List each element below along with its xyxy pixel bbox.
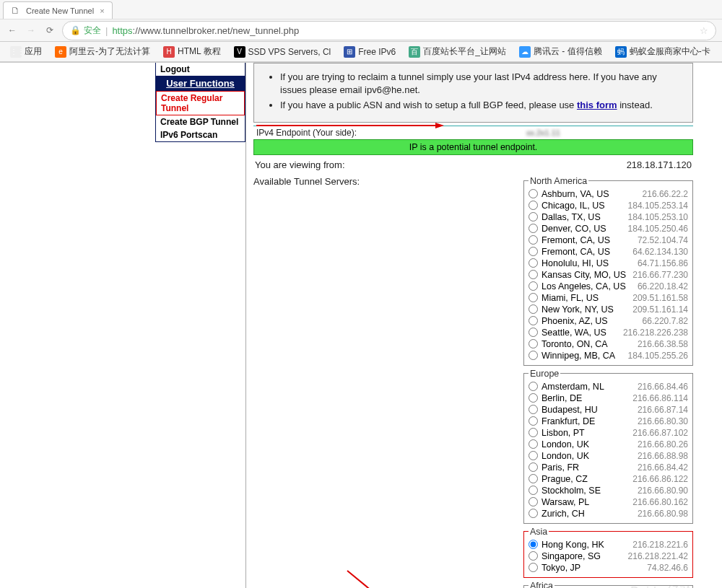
url-text: https://www.tunnelbroker.net/new_tunnel.… [112, 25, 299, 36]
server-row: Lisbon, PT216.66.87.102 [529, 427, 688, 439]
server-radio[interactable] [529, 224, 538, 233]
bookmark-item[interactable]: 蚂蚂蚁金服商家中心-卡 [611, 44, 715, 59]
server-city: Singapore, SG [542, 551, 601, 561]
server-ip: 216.66.77.230 [632, 270, 688, 280]
close-icon[interactable]: × [100, 6, 104, 15]
browser-tab[interactable]: 🗋 Create New Tunnel × [3, 1, 113, 19]
server-ip: 66.220.7.82 [643, 316, 688, 326]
server-radio[interactable] [529, 486, 538, 495]
server-ip: 216.218.226.238 [623, 328, 688, 338]
server-city: Los Angeles, CA, US [542, 281, 626, 291]
url-box[interactable]: 🔒 安全 | https://www.tunnelbroker.net/new_… [62, 21, 716, 40]
server-radio[interactable] [529, 462, 538, 472]
server-row: Toronto, ON, CA216.66.38.58 [529, 338, 688, 350]
server-radio[interactable] [529, 281, 538, 291]
server-radio[interactable] [529, 474, 538, 483]
server-ip: 209.51.161.58 [632, 293, 688, 303]
server-radio[interactable] [529, 382, 538, 391]
server-row: New York, NY, US209.51.161.14 [529, 304, 688, 315]
bgp-form-link[interactable]: this form [577, 100, 617, 110]
server-radio[interactable] [529, 351, 538, 360]
back-button[interactable]: ← [6, 24, 19, 37]
server-radio[interactable] [529, 439, 538, 449]
bookmark-item[interactable]: HHTML 教程 [159, 44, 225, 59]
logout-link[interactable]: Logout [156, 63, 245, 76]
create-bgp-tunnel-link[interactable]: Create BGP Tunnel [156, 115, 245, 128]
server-ip: 74.82.46.6 [647, 563, 688, 573]
server-radio[interactable] [529, 563, 538, 572]
apps-button[interactable]: ⋮⋮应用 [6, 44, 46, 59]
star-icon[interactable]: ☆ [700, 25, 708, 36]
server-city: Berlin, DE [542, 393, 582, 403]
bookmark-item[interactable]: VSSD VPS Servers, Cl [230, 45, 336, 59]
server-ip: 216.66.86.114 [632, 393, 688, 403]
server-row: Hong Kong, HK216.218.221.6 [529, 539, 688, 550]
bookmark-item[interactable]: TTomcat6.0的安装与 [719, 44, 722, 59]
server-city: Zurich, CH [542, 509, 585, 519]
server-ip: 184.105.253.14 [628, 201, 688, 211]
bookmark-item[interactable]: 百百度站长平台_让网站 [404, 44, 510, 59]
server-radio[interactable] [529, 509, 538, 518]
server-radio[interactable] [529, 247, 538, 256]
server-row: Tokyo, JP74.82.46.6 [529, 562, 688, 574]
server-city: Lisbon, PT [542, 428, 585, 438]
region-asia: Asia Hong Kong, HK216.218.221.6Singapore… [523, 527, 693, 578]
server-ip: 216.66.84.42 [638, 462, 688, 473]
server-radio[interactable] [529, 405, 538, 414]
bookmark-item[interactable]: e阿里云-为了无法计算 [51, 44, 155, 59]
server-city: Warsaw, PL [542, 497, 589, 507]
server-row: Budapest, HU216.66.87.14 [529, 404, 688, 416]
server-ip: 216.66.86.122 [632, 474, 688, 484]
bookmark-item[interactable]: ☁腾讯云 - 值得信赖 [515, 44, 606, 59]
server-row: Honolulu, HI, US64.71.156.86 [529, 258, 688, 269]
server-radio[interactable] [529, 339, 538, 348]
server-city: London, UK [542, 439, 589, 449]
reload-button[interactable]: ⟳ [43, 24, 56, 37]
server-radio[interactable] [529, 328, 538, 337]
server-radio[interactable] [529, 393, 538, 403]
server-radio[interactable] [529, 258, 538, 268]
server-row: London, UK216.66.88.98 [529, 450, 688, 462]
server-radio[interactable] [529, 304, 538, 314]
viewing-from-ip: 218.18.171.120 [627, 159, 692, 170]
server-city: Ashburn, VA, US [542, 189, 609, 199]
server-ip: 216.66.88.98 [638, 451, 688, 461]
server-ip: 216.66.80.90 [638, 486, 688, 496]
server-radio[interactable] [529, 497, 538, 506]
server-ip: 184.105.250.46 [628, 224, 688, 234]
server-radio[interactable] [529, 428, 538, 437]
ipv4-endpoint-row: IPv4 Endpoint (Your side): xx.2x1.11 [253, 126, 693, 139]
server-radio[interactable] [529, 551, 538, 561]
server-city: Hong Kong, HK [542, 540, 604, 550]
sidebar: Logout User Functions Create Regular Tun… [0, 63, 245, 588]
server-ip: 216.66.80.98 [638, 509, 688, 519]
region-europe: Europe Amsterdam, NL216.66.84.46Berlin, … [523, 369, 693, 524]
ipv6-portscan-link[interactable]: IPv6 Portscan [156, 128, 245, 141]
server-row: Amsterdam, NL216.66.84.46 [529, 381, 688, 392]
server-radio[interactable] [529, 293, 538, 302]
server-radio[interactable] [529, 270, 538, 279]
server-row: Prague, CZ216.66.86.122 [529, 473, 688, 485]
server-city: Seattle, WA, US [542, 328, 606, 338]
server-radio[interactable] [529, 201, 538, 210]
server-radio[interactable] [529, 540, 538, 549]
server-city: Fremont, CA, US [542, 247, 610, 257]
server-city: Frankfurt, DE [542, 416, 595, 426]
regions-column: North America Ashburn, VA, US216.66.22.2… [523, 176, 693, 588]
server-ip: 216.218.221.6 [632, 540, 688, 550]
server-radio[interactable] [529, 212, 538, 221]
server-ip: 216.66.87.14 [638, 405, 688, 415]
notice-box: If you are trying to reclaim a tunnel si… [253, 63, 693, 123]
bookmark-item[interactable]: ⊞Free IPv6 [339, 45, 400, 59]
server-radio[interactable] [529, 416, 538, 426]
create-regular-tunnel-link[interactable]: Create Regular Tunnel [156, 91, 245, 115]
server-radio[interactable] [529, 189, 538, 198]
forward-button[interactable]: → [25, 24, 38, 37]
browser-chrome: 🗋 Create New Tunnel × ← → ⟳ 🔒 安全 | https… [0, 0, 722, 63]
server-city: Toronto, ON, CA [542, 339, 608, 349]
server-radio[interactable] [529, 235, 538, 245]
server-radio[interactable] [529, 451, 538, 460]
server-city: Kansas City, MO, US [542, 270, 626, 280]
server-row: Singapore, SG216.218.221.42 [529, 550, 688, 562]
server-radio[interactable] [529, 316, 538, 325]
